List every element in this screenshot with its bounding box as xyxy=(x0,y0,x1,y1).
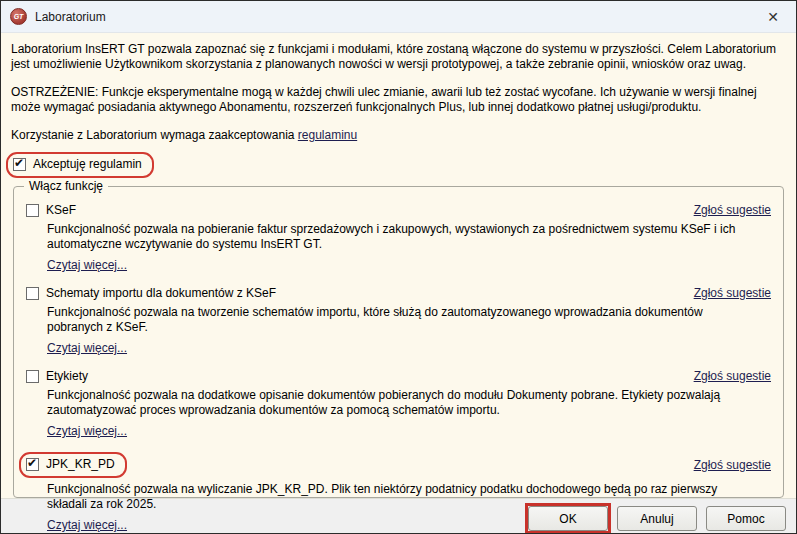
etykiety-description: Funkcjonalność pozwala na dodatkowe opis… xyxy=(47,388,747,418)
jpk-checkbox[interactable]: JPK_KR_PD xyxy=(26,457,115,472)
jpk-annotation: JPK_KR_PD xyxy=(19,452,127,478)
ksef-checkbox-box[interactable] xyxy=(26,204,39,217)
warning-text: OSTRZEŻENIE: Funkcje eksperymentalne mog… xyxy=(11,85,786,115)
etykiety-checkbox[interactable]: Etykiety xyxy=(26,369,88,384)
jpk-description: Funkcjonalność pozwala na wyliczanie JPK… xyxy=(47,482,747,512)
title-bar: GT Laboratorium ✕ xyxy=(1,1,796,33)
groupbox-title: Włącz funkcję xyxy=(24,179,108,194)
consent-prefix: Korzystanie z Laboratorium wymaga zaakce… xyxy=(11,128,298,142)
schematy-label: Schematy importu dla dokumentów z KSeF xyxy=(46,286,276,301)
etykiety-suggest-link[interactable]: Zgłoś sugestie xyxy=(694,369,771,384)
schematy-checkbox[interactable]: Schematy importu dla dokumentów z KSeF xyxy=(26,286,276,301)
schematy-read-more-link[interactable]: Czytaj więcej... xyxy=(47,341,127,356)
schematy-suggest-link[interactable]: Zgłoś sugestie xyxy=(694,286,771,301)
ksef-label: KSeF xyxy=(46,203,76,218)
dialog-body: Laboratorium InsERT GT pozwala zapoznać … xyxy=(1,33,796,498)
ksef-checkbox[interactable]: KSeF xyxy=(26,203,76,218)
insert-gt-logo-icon: GT xyxy=(10,8,27,25)
enable-features-groupbox: Włącz funkcję KSeF Zgłoś sugestie Funkcj… xyxy=(13,186,784,498)
intro-text: Laboratorium InsERT GT pozwala zapoznać … xyxy=(11,42,786,72)
close-icon[interactable]: ✕ xyxy=(750,1,796,32)
window-title: Laboratorium xyxy=(35,10,106,24)
ksef-suggest-link[interactable]: Zgłoś sugestie xyxy=(694,203,771,218)
jpk-label: JPK_KR_PD xyxy=(46,457,115,472)
consent-text: Korzystanie z Laboratorium wymaga zaakce… xyxy=(11,128,786,143)
laboratorium-dialog: GT Laboratorium ✕ Laboratorium InsERT GT… xyxy=(0,0,797,534)
feature-etykiety: Etykiety Zgłoś sugestie Funkcjonalność p… xyxy=(26,369,771,439)
feature-ksef: KSeF Zgłoś sugestie Funkcjonalność pozwa… xyxy=(26,203,771,273)
schematy-checkbox-box[interactable] xyxy=(26,287,39,300)
ksef-read-more-link[interactable]: Czytaj więcej... xyxy=(47,258,127,273)
feature-jpk-kr-pd: JPK_KR_PD Zgłoś sugestie Funkcjonalność … xyxy=(26,452,771,533)
etykiety-label: Etykiety xyxy=(46,369,88,384)
accept-regulamin-checkbox[interactable]: Akceptuję regulamin xyxy=(13,157,142,172)
jpk-suggest-link[interactable]: Zgłoś sugestie xyxy=(694,458,771,473)
ksef-description: Funkcjonalność pozwala na pobieranie fak… xyxy=(47,222,747,252)
regulamin-link[interactable]: regulaminu xyxy=(298,128,357,142)
etykiety-checkbox-box[interactable] xyxy=(26,370,39,383)
jpk-read-more-link[interactable]: Czytaj więcej... xyxy=(47,518,127,533)
accept-checkbox-label: Akceptuję regulamin xyxy=(33,157,142,172)
feature-schematy-importu: Schematy importu dla dokumentów z KSeF Z… xyxy=(26,286,771,356)
jpk-checkbox-box[interactable] xyxy=(26,458,39,471)
etykiety-read-more-link[interactable]: Czytaj więcej... xyxy=(47,424,127,439)
accept-checkbox-box[interactable] xyxy=(13,158,26,171)
accept-annotation: Akceptuję regulamin xyxy=(6,152,154,178)
schematy-description: Funkcjonalność pozwala na tworzenie sche… xyxy=(47,305,747,335)
